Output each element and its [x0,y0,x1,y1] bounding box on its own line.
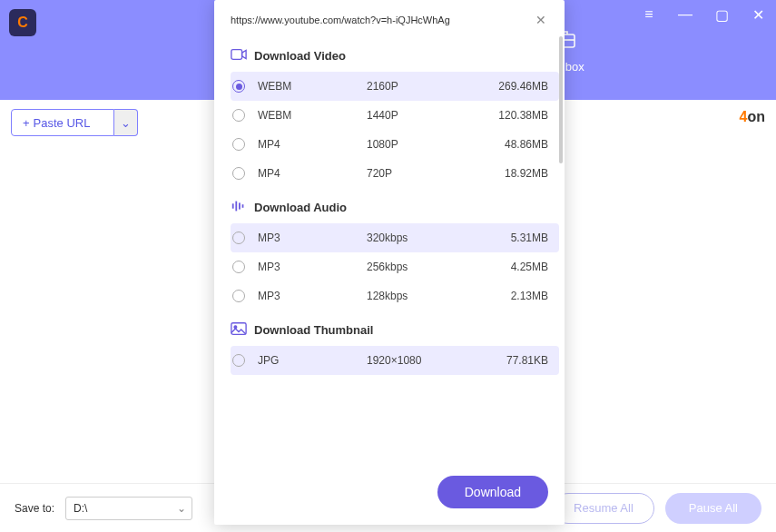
chevron-down-icon: ⌄ [121,116,131,130]
svg-rect-4 [232,203,234,208]
radio-icon [232,290,245,302]
size-label: 269.46MB [485,80,548,93]
radio-icon [232,167,245,180]
brand-post: on [747,109,765,124]
format-label: WEBM [258,109,367,122]
section-title: Download Thumbnail [254,323,373,337]
section-heading: Download Thumbnail [231,321,559,339]
radio-icon [232,80,245,93]
save-to-value: D:\ [74,502,87,515]
quality-label: 128kbps [367,290,485,302]
section-heading: Download Audio [231,199,559,216]
image-icon [231,321,247,339]
svg-rect-6 [239,202,241,209]
quality-label: 1080P [367,138,485,151]
radio-icon [232,354,245,367]
quality-label: 1920×1080 [367,354,485,367]
format-label: MP3 [258,261,367,273]
quality-label: 320kbps [367,232,485,244]
section-title: Download Video [254,49,346,63]
format-row[interactable]: MP3320kbps5.31MB [231,223,559,252]
modal-header: https://www.youtube.com/watch?v=h-iQJHcW… [214,0,565,36]
pause-all-button[interactable]: Pause All [665,493,761,524]
paste-url-bar: + Paste URL ⌄ [11,109,138,136]
size-label: 5.31MB [485,232,548,244]
quality-label: 2160P [367,80,485,93]
format-row[interactable]: JPG1920×108077.81KB [231,346,559,375]
size-label: 2.13MB [485,290,548,302]
video-icon [231,47,247,64]
window-controls: ≡ — ▢ ✕ [642,5,765,24]
paste-url-button[interactable]: + Paste URL [11,109,114,136]
modal-body: Download Video WEBM2160P269.46MBWEBM1440… [214,36,565,465]
download-button[interactable]: Download [437,476,548,508]
brand-badge: 4on [740,109,765,125]
size-label: 4.25MB [485,261,548,273]
size-label: 77.81KB [485,354,548,367]
plus-icon: + [23,116,30,130]
menu-icon[interactable]: ≡ [642,5,656,24]
format-row[interactable]: MP4720P18.92MB [231,159,559,188]
format-label: WEBM [258,80,367,93]
minimize-icon[interactable]: — [678,5,693,24]
format-label: MP4 [258,167,367,180]
modal-footer: Download [214,465,565,525]
quality-label: 720P [367,167,485,180]
format-label: MP3 [258,232,367,244]
radio-icon [232,232,245,244]
format-row[interactable]: MP3256kbps4.25MB [231,252,559,281]
format-row[interactable]: WEBM2160P269.46MB [231,72,559,101]
svg-rect-3 [231,50,242,60]
close-icon[interactable]: ✕ [751,5,765,24]
modal-url[interactable]: https://www.youtube.com/watch?v=h-iQJHcW… [231,15,525,25]
size-label: 120.38MB [485,109,548,122]
maximize-icon[interactable]: ▢ [714,5,729,24]
size-label: 48.86MB [485,138,548,151]
save-to-select[interactable]: D:\ [65,497,192,520]
radio-icon [232,138,245,151]
format-row[interactable]: WEBM1440P120.38MB [231,101,559,130]
paste-label: Paste URL [34,116,91,130]
audio-icon [231,199,247,216]
format-row[interactable]: MP41080P48.86MB [231,130,559,159]
svg-rect-7 [242,204,244,208]
modal-close-button[interactable]: ✕ [534,13,548,27]
section-thumbnail: Download Thumbnail JPG1920×108077.81KB [231,321,559,375]
section-audio: Download Audio MP3320kbps5.31MBMP3256kbp… [231,199,559,310]
format-row[interactable]: MP3128kbps2.13MB [231,281,559,310]
format-label: MP4 [258,138,367,151]
app-logo: C [9,9,36,36]
radio-icon [232,261,245,273]
section-heading: Download Video [231,47,559,64]
quality-label: 1440P [367,109,485,122]
resume-all-button[interactable]: Resume All [553,493,654,524]
save-to-label: Save to: [15,502,54,515]
svg-rect-5 [235,202,237,212]
quality-label: 256kbps [367,261,485,273]
format-label: JPG [258,354,367,367]
paste-url-dropdown[interactable]: ⌄ [114,109,138,136]
radio-icon [232,109,245,122]
section-video: Download Video WEBM2160P269.46MBWEBM1440… [231,47,559,188]
scrollbar-thumb[interactable] [559,36,563,163]
download-modal: https://www.youtube.com/watch?v=h-iQJHcW… [214,0,565,525]
format-label: MP3 [258,290,367,302]
size-label: 18.92MB [485,167,548,180]
section-title: Download Audio [254,201,347,214]
